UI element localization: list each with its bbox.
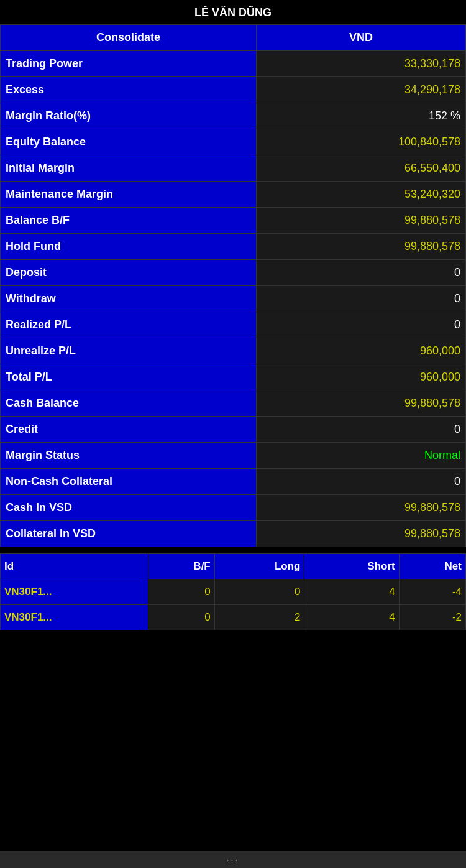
col-bf: B/F <box>148 554 214 579</box>
row-value: Normal <box>256 443 465 469</box>
row-label: Initial Margin <box>1 155 257 182</box>
bottom-symbol: VN30F1... <box>1 605 148 630</box>
bottom-value: 4 <box>304 579 399 605</box>
bottom-table-header: Id B/F Long Short Net <box>1 554 466 579</box>
row-value: 99,880,578 <box>256 495 465 521</box>
bottom-value: 0 <box>214 579 304 605</box>
row-value: 0 <box>256 286 465 312</box>
row-value: 0 <box>256 417 465 443</box>
page-title: LÊ VĂN DŨNG <box>0 0 466 24</box>
row-label: Excess <box>1 77 257 103</box>
row-label: Collateral In VSD <box>1 521 257 547</box>
table-row: Margin StatusNormal <box>1 443 466 469</box>
bottom-table-row: VN30F1...004-4 <box>1 579 466 605</box>
table-row: Excess34,290,178 <box>1 77 466 103</box>
row-label: Unrealize P/L <box>1 338 257 364</box>
row-label: Deposit <box>1 260 257 286</box>
bottom-value: 0 <box>148 579 214 605</box>
row-value: 34,290,178 <box>256 77 465 103</box>
table-row: Unrealize P/L960,000 <box>1 338 466 364</box>
row-value: 0 <box>256 312 465 338</box>
table-row: Collateral In VSD99,880,578 <box>1 521 466 547</box>
bottom-table-row: VN30F1...024-2 <box>1 605 466 630</box>
table-row: Initial Margin66,550,400 <box>1 155 466 182</box>
row-label: Cash Balance <box>1 390 257 417</box>
row-label: Margin Status <box>1 443 257 469</box>
row-value: 0 <box>256 469 465 495</box>
row-value: 152 % <box>256 103 465 129</box>
bottom-value: 2 <box>214 605 304 630</box>
table-row: Withdraw0 <box>1 286 466 312</box>
table-row: Margin Ratio(%)152 % <box>1 103 466 129</box>
row-label: Cash In VSD <box>1 495 257 521</box>
row-label: Credit <box>1 417 257 443</box>
col-short: Short <box>304 554 399 579</box>
row-label: Realized P/L <box>1 312 257 338</box>
table-row: Realized P/L0 <box>1 312 466 338</box>
table-row: Equity Balance100,840,578 <box>1 129 466 155</box>
row-value: 99,880,578 <box>256 390 465 417</box>
table-row: Balance B/F99,880,578 <box>1 208 466 234</box>
table-row: Hold Fund99,880,578 <box>1 234 466 260</box>
main-table: Consolidate VND Trading Power33,330,178E… <box>0 24 466 547</box>
row-value: 53,240,320 <box>256 182 465 208</box>
row-label: Balance B/F <box>1 208 257 234</box>
table-row: Deposit0 <box>1 260 466 286</box>
row-value: 66,550,400 <box>256 155 465 182</box>
table-row: Cash Balance99,880,578 <box>1 390 466 417</box>
table-row: Maintenance Margin53,240,320 <box>1 182 466 208</box>
bottom-value: -4 <box>399 579 465 605</box>
row-value: 33,330,178 <box>256 51 465 77</box>
table-row: Credit0 <box>1 417 466 443</box>
row-label: Equity Balance <box>1 129 257 155</box>
status-bar: ··· <box>0 851 466 868</box>
bottom-value: 0 <box>148 605 214 630</box>
table-row: Cash In VSD99,880,578 <box>1 495 466 521</box>
bottom-symbol: VN30F1... <box>1 579 148 605</box>
col-net: Net <box>399 554 465 579</box>
status-dots: ··· <box>227 855 240 865</box>
table-header: Consolidate VND <box>1 25 466 51</box>
row-value: 99,880,578 <box>256 234 465 260</box>
row-label: Non-Cash Collateral <box>1 469 257 495</box>
col-long: Long <box>214 554 304 579</box>
row-label: Maintenance Margin <box>1 182 257 208</box>
bottom-section: Id B/F Long Short Net VN30F1...004-4VN30… <box>0 553 466 630</box>
row-value: 100,840,578 <box>256 129 465 155</box>
row-value: 0 <box>256 260 465 286</box>
bottom-value: 4 <box>304 605 399 630</box>
table-row: Non-Cash Collateral0 <box>1 469 466 495</box>
row-value: 960,000 <box>256 364 465 390</box>
row-label: Trading Power <box>1 51 257 77</box>
table-row: Trading Power33,330,178 <box>1 51 466 77</box>
row-value: 960,000 <box>256 338 465 364</box>
col-id: Id <box>1 554 148 579</box>
row-label: Hold Fund <box>1 234 257 260</box>
table-row: Total P/L960,000 <box>1 364 466 390</box>
header-col2: VND <box>256 25 465 51</box>
row-value: 99,880,578 <box>256 208 465 234</box>
row-label: Total P/L <box>1 364 257 390</box>
bottom-table: Id B/F Long Short Net VN30F1...004-4VN30… <box>0 553 466 630</box>
header-col1: Consolidate <box>1 25 257 51</box>
bottom-value: -2 <box>399 605 465 630</box>
row-label: Withdraw <box>1 286 257 312</box>
row-value: 99,880,578 <box>256 521 465 547</box>
row-label: Margin Ratio(%) <box>1 103 257 129</box>
